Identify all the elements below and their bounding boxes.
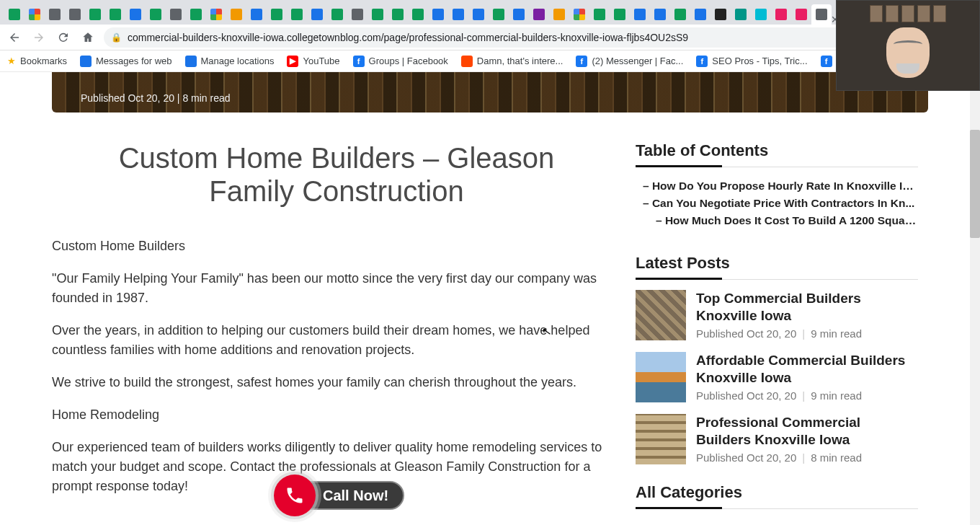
hero-banner: Published Oct 20, 20 | 8 min read	[52, 72, 928, 112]
browser-tab[interactable]	[468, 4, 489, 25]
address-bar[interactable]: 🔒 commercial-builders-knoxville-iowa.col…	[104, 27, 925, 48]
back-button[interactable]	[6, 29, 23, 46]
facebook-icon: f	[696, 56, 708, 67]
browser-tab[interactable]	[529, 4, 549, 25]
post-title: Affordable Commercial Builders Knoxville…	[696, 352, 918, 387]
post-title: Professional Commercial Builders Knoxvil…	[696, 414, 918, 449]
browser-tab[interactable]	[125, 4, 146, 25]
browser-tab[interactable]	[589, 4, 610, 25]
phone-icon	[274, 475, 316, 516]
reddit-icon	[461, 56, 473, 67]
home-button[interactable]	[79, 29, 97, 46]
bookmark-label: Manage locations	[201, 56, 275, 66]
browser-tab[interactable]	[65, 4, 85, 25]
browser-tab[interactable]	[267, 4, 287, 25]
hero-meta: Published Oct 20, 20 | 8 min read	[81, 92, 231, 104]
browser-tab[interactable]	[105, 4, 125, 25]
browser-tab[interactable]	[166, 4, 186, 25]
toc-link[interactable]: – How Do You Propose Hourly Rate In Knox…	[636, 177, 918, 195]
post-thumbnail	[636, 414, 686, 464]
browser-tab[interactable]	[347, 4, 368, 25]
toc-heading: Table of Contents	[636, 141, 918, 167]
browser-toolbar: 🔒 commercial-builders-knoxville-iowa.col…	[0, 25, 980, 50]
bookmark-item[interactable]: fGroups | Facebook	[353, 56, 448, 67]
article-paragraph: We strive to build the strongest, safest…	[52, 373, 621, 392]
browser-tab[interactable]	[226, 4, 246, 25]
browser-tab[interactable]	[4, 4, 24, 25]
sidebar: Table of Contents – How Do You Propose H…	[636, 141, 918, 519]
browser-tab[interactable]	[85, 4, 105, 25]
browser-tab[interactable]	[206, 4, 226, 25]
bookmark-label: SEO Pros - Tips, Tric...	[712, 56, 807, 66]
browser-tab[interactable]	[710, 4, 731, 25]
browser-tab[interactable]	[24, 4, 45, 25]
browser-tab[interactable]	[670, 4, 690, 25]
browser-tab[interactable]	[448, 4, 468, 25]
browser-tab[interactable]	[428, 4, 448, 25]
browser-tab[interactable]	[489, 4, 509, 25]
browser-tab[interactable]	[569, 4, 589, 25]
forward-button[interactable]	[30, 29, 48, 46]
bookmark-item[interactable]: Messages for web	[80, 56, 172, 67]
browser-tab[interactable]	[388, 4, 408, 25]
browser-tab[interactable]	[751, 4, 771, 25]
bookmark-label: (2) Messenger | Fac...	[592, 56, 683, 66]
latest-heading: Latest Posts	[636, 254, 918, 280]
post-meta: Published Oct 20, 20|9 min read	[696, 327, 918, 340]
reload-button[interactable]	[55, 29, 72, 46]
post-meta: Published Oct 20, 20|8 min read	[696, 451, 918, 464]
browser-tab[interactable]	[650, 4, 670, 25]
bookmark-label: Bookmarks	[20, 56, 67, 66]
bookmark-item[interactable]: Damn, that's intere...	[461, 56, 564, 67]
post-title: Top Commercial Builders Knoxville Iowa	[696, 290, 918, 325]
article-paragraph: Home Remodeling	[52, 405, 621, 425]
browser-tab[interactable]	[630, 4, 650, 25]
location-icon	[185, 56, 197, 67]
scrollbar-thumb[interactable]	[970, 130, 980, 238]
article-title: Custom Home Builders – Gleason Family Co…	[95, 141, 578, 208]
browser-tab[interactable]	[791, 4, 811, 25]
browser-tab[interactable]	[509, 4, 529, 25]
browser-tab[interactable]	[731, 4, 751, 25]
post-thumbnail	[636, 352, 686, 402]
browser-tab[interactable]	[610, 4, 630, 25]
browser-tab[interactable]	[287, 4, 307, 25]
browser-tab-active[interactable]	[811, 4, 832, 25]
youtube-icon: ▶	[287, 56, 298, 67]
browser-tab[interactable]	[549, 4, 569, 25]
browser-tab[interactable]	[771, 4, 791, 25]
bookmark-label: Groups | Facebook	[369, 56, 448, 66]
browser-tab[interactable]	[368, 4, 388, 25]
all-categories-heading: All Categories	[636, 483, 918, 509]
url-text: commercial-builders-knoxville-iowa.colle…	[128, 32, 903, 43]
call-now-button[interactable]: Call Now!	[274, 475, 404, 516]
post-thumbnail	[636, 290, 686, 340]
browser-tab-strip: ✕	[0, 0, 980, 25]
browser-tab[interactable]	[408, 4, 428, 25]
browser-tab[interactable]	[186, 4, 206, 25]
bookmark-item[interactable]: Manage locations	[185, 56, 275, 67]
browser-tab[interactable]	[45, 4, 65, 25]
toc-link[interactable]: – How Much Does It Cost To Build A 1200 …	[636, 212, 918, 229]
latest-post[interactable]: Professional Commercial Builders Knoxvil…	[636, 414, 918, 464]
browser-tab[interactable]	[146, 4, 166, 25]
lock-icon: 🔒	[111, 32, 122, 43]
bookmark-item[interactable]: ▶YouTube	[287, 56, 339, 67]
latest-post[interactable]: Top Commercial Builders Knoxville Iowa P…	[636, 290, 918, 340]
article-paragraph: Over the years, in addition to helping o…	[52, 321, 621, 360]
bookmark-item[interactable]: fSEO Pros - Tips, Tric...	[696, 56, 807, 67]
bookmark-label: Messages for web	[96, 56, 172, 66]
article-paragraph: "Our Family Helping Your Family" has bee…	[52, 269, 621, 308]
webcam-overlay	[836, 0, 980, 91]
latest-post[interactable]: Affordable Commercial Builders Knoxville…	[636, 352, 918, 402]
browser-tab[interactable]	[307, 4, 327, 25]
bookmarks-folder[interactable]: ★Bookmarks	[7, 56, 67, 66]
bookmark-label: Damn, that's intere...	[477, 56, 564, 66]
article-paragraph: Custom Home Builders	[52, 237, 621, 256]
facebook-icon: f	[353, 56, 365, 67]
bookmark-item[interactable]: f(2) Messenger | Fac...	[576, 56, 683, 67]
toc-link[interactable]: – Can You Negotiate Price With Contracto…	[636, 195, 918, 212]
browser-tab[interactable]	[327, 4, 347, 25]
browser-tab[interactable]	[246, 4, 267, 25]
browser-tab[interactable]	[690, 4, 710, 25]
